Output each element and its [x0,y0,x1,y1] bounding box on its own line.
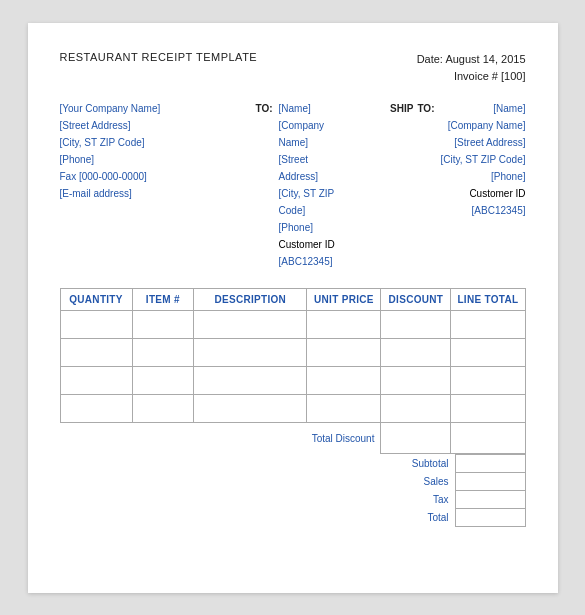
row4-qty [60,394,132,422]
total-discount-row: Total Discount [60,422,525,454]
row3-price [307,366,381,394]
col-discount: DISCOUNT [381,288,451,310]
to-company: [Company Name] [279,117,338,151]
date-label: Date: [417,53,443,65]
from-company: [Your Company Name] [60,100,248,117]
total-label: Total [408,509,455,527]
ship-company: [Company Name] [440,117,525,134]
address-section: [Your Company Name] [Street Address] [Ci… [60,100,526,270]
subtotals-section: Subtotal Sales Tax Total [60,454,526,527]
row2-desc [194,338,307,366]
page-title: RESTAURANT RECEIPT TEMPLATE [60,51,258,63]
sales-value [455,473,525,491]
row3-desc [194,366,307,394]
ship-name: [Name] [440,100,525,117]
invoice-value: [100] [501,70,525,82]
ship-street: [Street Address] [440,134,525,151]
row1-total [451,310,525,338]
row2-total [451,338,525,366]
invoice-label: Invoice # [454,70,498,82]
row2-price [307,338,381,366]
col-item: ITEM # [132,288,194,310]
table-header-row: QUANTITY ITEM # DESCRIPTION UNIT PRICE D… [60,288,525,310]
sales-tax-row: Sales [408,473,525,491]
row4-price [307,394,381,422]
ship-to-address: SHIP TO: [Name] [Company Name] [Street A… [338,100,526,270]
total-discount-total [451,422,525,454]
row3-item [132,366,194,394]
from-city: [City, ST ZIP Code] [60,134,248,151]
row1-price [307,310,381,338]
row2-qty [60,338,132,366]
total-discount-label: Total Discount [307,422,381,454]
invoice-line: Invoice # [100] [417,68,526,86]
from-fax: Fax [000-000-0000] [60,168,248,185]
tax-row: Tax [408,491,525,509]
total-discount-val [381,422,451,454]
row2-discount [381,338,451,366]
sales-label: Sales [408,473,455,491]
to-address: TO: [Name] [Company Name] [Street Addres… [248,100,338,270]
row4-desc [194,394,307,422]
ship-customer-id-label: Customer ID [440,185,525,202]
row1-item [132,310,194,338]
to-street: [Street Address] [279,151,338,185]
tax-value [455,491,525,509]
tax-label: Tax [408,491,455,509]
col-description: DESCRIPTION [194,288,307,310]
row1-desc [194,310,307,338]
subtotal-label: Subtotal [408,455,455,473]
total-row: Total [408,509,525,527]
empty-cell [60,422,307,454]
row3-qty [60,366,132,394]
row4-discount [381,394,451,422]
to-phone: [Phone] [279,219,338,236]
table-row [60,366,525,394]
table-row [60,338,525,366]
to-label: TO: [256,100,273,117]
ship-to-label: TO: [417,100,434,117]
row1-discount [381,310,451,338]
total-value [455,509,525,527]
ship-label: SHIP [390,100,413,117]
row2-item [132,338,194,366]
to-city: [City, ST ZIP Code] [279,185,338,219]
header-section: RESTAURANT RECEIPT TEMPLATE Date: August… [60,51,526,86]
row1-qty [60,310,132,338]
table-row [60,310,525,338]
row4-total [451,394,525,422]
date-line: Date: August 14, 2015 [417,51,526,69]
ship-phone: [Phone] [440,168,525,185]
from-email: [E-mail address] [60,185,248,202]
line-items-table: QUANTITY ITEM # DESCRIPTION UNIT PRICE D… [60,288,526,455]
from-phone: [Phone] [60,151,248,168]
subtotals-table: Subtotal Sales Tax Total [408,454,526,527]
row4-item [132,394,194,422]
to-name: [Name] [279,100,338,117]
from-street: [Street Address] [60,117,248,134]
col-unit-price: UNIT PRICE [307,288,381,310]
table-row [60,394,525,422]
date-value: August 14, 2015 [445,53,525,65]
subtotal-row: Subtotal [408,455,525,473]
col-line-total: LINE TOTAL [451,288,525,310]
col-quantity: QUANTITY [60,288,132,310]
to-customer-id-label: Customer ID [279,236,338,253]
receipt-page: RESTAURANT RECEIPT TEMPLATE Date: August… [28,23,558,593]
row3-total [451,366,525,394]
subtotal-value [455,455,525,473]
from-address: [Your Company Name] [Street Address] [Ci… [60,100,248,270]
to-customer-id-value: [ABC12345] [279,253,338,270]
ship-city: [City, ST ZIP Code] [440,151,525,168]
row3-discount [381,366,451,394]
date-invoice-block: Date: August 14, 2015 Invoice # [100] [417,51,526,86]
ship-customer-id-value: [ABC12345] [440,202,525,219]
